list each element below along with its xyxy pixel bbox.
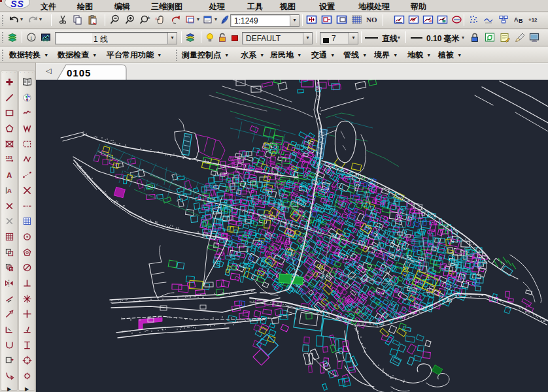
svg-text:i: i <box>31 35 33 41</box>
svg-text:A: A <box>7 188 12 194</box>
svg-text:A: A <box>7 171 12 179</box>
svg-text:A: A <box>514 16 519 23</box>
svg-text:0105: 0105 <box>67 67 91 78</box>
svg-text:±: ± <box>147 14 150 20</box>
svg-text:+12: +12 <box>528 17 538 23</box>
svg-text:B: B <box>519 18 523 24</box>
svg-text:123: 123 <box>5 155 12 159</box>
